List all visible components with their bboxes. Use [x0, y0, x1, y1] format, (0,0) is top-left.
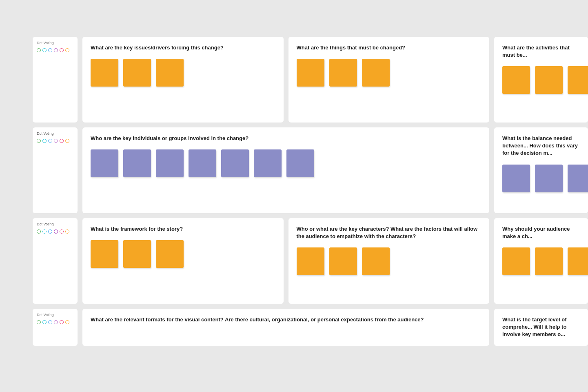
- sticky-notes-row: [502, 165, 580, 192]
- dot-voting-label: Dot Voting: [37, 131, 73, 136]
- section-things-changed: What are the things that must be changed…: [288, 37, 490, 122]
- sticky-note[interactable]: [568, 165, 588, 192]
- dot-voting-panel-4: Dot Voting: [33, 309, 78, 346]
- sticky-note[interactable]: [297, 59, 324, 87]
- dot-row: [37, 229, 73, 234]
- dot-blue: [48, 139, 52, 143]
- dot-voting-label: Dot Voting: [37, 222, 73, 226]
- section-activities-title: What are the activities that must be...: [502, 44, 580, 59]
- sticky-note[interactable]: [123, 240, 151, 268]
- sticky-note[interactable]: [286, 149, 314, 177]
- dot-pink: [60, 229, 64, 234]
- row-3-sections: What is the framework for the story? Who…: [82, 218, 588, 304]
- sticky-notes-row: [91, 240, 275, 268]
- sticky-note[interactable]: [568, 247, 588, 275]
- sticky-note[interactable]: [156, 59, 184, 87]
- dot-purple: [54, 320, 58, 324]
- section-key-issues-title: What are the key issues/drivers forcing …: [91, 44, 275, 51]
- sticky-notes-row: [502, 66, 580, 94]
- section-activities: What are the activities that must be...: [494, 37, 588, 122]
- sticky-notes-row: [91, 59, 275, 87]
- dot-yellow: [65, 229, 69, 234]
- dot-pink: [60, 320, 64, 324]
- dot-row: [37, 48, 73, 52]
- section-visual-formats-title: What are the relevant formats for the vi…: [91, 316, 481, 323]
- section-story-framework-title: What is the framework for the story?: [91, 225, 275, 233]
- sticky-note[interactable]: [535, 66, 563, 94]
- dot-blue: [48, 229, 52, 234]
- dot-purple: [54, 229, 58, 234]
- section-visual-formats: What are the relevant formats for the vi…: [82, 309, 489, 346]
- sticky-notes-row: [502, 247, 580, 275]
- dot-green: [37, 48, 41, 52]
- section-target-level-title: What is the target level of comprehe... …: [502, 316, 580, 339]
- sticky-note[interactable]: [535, 165, 563, 192]
- sticky-note[interactable]: [329, 59, 357, 87]
- sticky-note[interactable]: [362, 59, 390, 87]
- sticky-note[interactable]: [362, 247, 390, 275]
- dot-teal: [42, 48, 47, 52]
- section-key-characters-title: Who or what are the key characters? What…: [297, 225, 481, 240]
- sticky-note[interactable]: [254, 149, 282, 177]
- row-2: Dot Voting Who are the key individuals o…: [33, 127, 588, 213]
- dot-teal: [42, 139, 47, 143]
- section-key-characters: Who or what are the key characters? What…: [288, 218, 490, 304]
- sticky-note[interactable]: [91, 149, 118, 177]
- dot-yellow: [65, 48, 69, 52]
- section-key-individuals: Who are the key individuals or groups in…: [82, 127, 489, 213]
- dot-purple: [54, 139, 58, 143]
- section-key-issues: What are the key issues/drivers forcing …: [82, 37, 284, 122]
- dot-row: [37, 320, 73, 324]
- row-2-sections: Who are the key individuals or groups in…: [82, 127, 588, 213]
- section-story-framework: What is the framework for the story?: [82, 218, 284, 304]
- sticky-note[interactable]: [189, 149, 216, 177]
- section-target-level: What is the target level of comprehe... …: [494, 309, 588, 346]
- dot-voting-panel-1: Dot Voting: [33, 37, 78, 122]
- sticky-note[interactable]: [156, 240, 184, 268]
- row-1: Dot Voting What are the key issues/drive…: [33, 37, 588, 122]
- row-1-sections: What are the key issues/drivers forcing …: [82, 37, 588, 122]
- section-things-changed-title: What are the things that must be changed…: [297, 44, 481, 51]
- dot-blue: [48, 320, 52, 324]
- row-3: Dot Voting What is the framework for the…: [33, 218, 588, 304]
- sticky-note[interactable]: [502, 247, 530, 275]
- sticky-notes-row: [91, 149, 481, 177]
- section-why-audience: Why should your audience make a ch...: [494, 218, 588, 304]
- sticky-note[interactable]: [502, 165, 530, 192]
- sticky-note[interactable]: [329, 247, 357, 275]
- sticky-notes-row: [297, 247, 481, 275]
- dot-green: [37, 320, 41, 324]
- sticky-notes-row: [297, 59, 481, 87]
- dot-blue: [48, 48, 52, 52]
- row-4: Dot Voting What are the relevant formats…: [33, 309, 588, 346]
- sticky-note[interactable]: [123, 149, 151, 177]
- section-balance-title: What is the balance needed between... Ho…: [502, 135, 580, 157]
- section-balance: What is the balance needed between... Ho…: [494, 127, 588, 213]
- dot-pink: [60, 48, 64, 52]
- sticky-note[interactable]: [221, 149, 249, 177]
- dot-yellow: [65, 139, 69, 143]
- dot-voting-label: Dot Voting: [37, 41, 73, 45]
- sticky-note[interactable]: [156, 149, 184, 177]
- dot-green: [37, 139, 41, 143]
- dot-purple: [54, 48, 58, 52]
- section-why-audience-title: Why should your audience make a ch...: [502, 225, 580, 240]
- sticky-note[interactable]: [91, 59, 118, 87]
- dot-row: [37, 139, 73, 143]
- sticky-note[interactable]: [502, 66, 530, 94]
- sticky-note[interactable]: [568, 66, 588, 94]
- dot-voting-panel-2: Dot Voting: [33, 127, 78, 213]
- sticky-note[interactable]: [535, 247, 563, 275]
- sticky-note[interactable]: [297, 247, 324, 275]
- dot-voting-panel-3: Dot Voting: [33, 218, 78, 304]
- row-4-sections: What are the relevant formats for the vi…: [82, 309, 588, 346]
- board: Dot Voting What are the key issues/drive…: [0, 0, 588, 392]
- sticky-note[interactable]: [123, 59, 151, 87]
- dot-pink: [60, 139, 64, 143]
- sticky-note[interactable]: [91, 240, 118, 268]
- dot-green: [37, 229, 41, 234]
- section-key-individuals-title: Who are the key individuals or groups in…: [91, 135, 481, 142]
- dot-teal: [42, 229, 47, 234]
- dot-teal: [42, 320, 47, 324]
- dot-yellow: [65, 320, 69, 324]
